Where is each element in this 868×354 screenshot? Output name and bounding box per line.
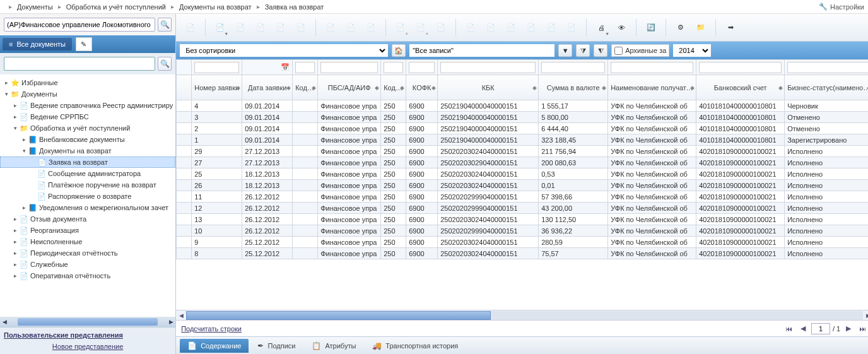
scroll-right-icon[interactable]: ▶ [863,312,868,319]
table-row[interactable]: 2927.12.2013Финансовое упра2506900250202… [177,146,868,157]
records-dropdown-button[interactable]: ▼ [558,44,572,57]
tree-toggle-icon[interactable]: ▸ [3,80,10,86]
pager-prev-button[interactable]: ◀ [797,323,809,334]
tree-toggle-icon[interactable]: ▸ [11,273,19,279]
row-checkbox-cell[interactable] [177,134,192,146]
column-header-stat[interactable]: Бизнес-статус(наименован◆ [785,75,868,100]
toolbar-btn-7[interactable]: 📄 [321,18,340,37]
table-row[interactable]: 1326.12.2012Финансовое упра2506900250202… [177,214,868,225]
table-row[interactable]: 209.01.2014Финансовое упра25069002502190… [177,123,868,134]
tree-toggle-icon[interactable]: ▸ [20,136,28,143]
sort-icon[interactable]: ◆ [602,85,606,91]
column-header-kod1[interactable]: Код по Свод реест◆ [293,75,318,100]
tree-search-button[interactable]: 🔍 [158,57,172,71]
toolbar-exit-button[interactable]: ➡ [721,18,740,37]
column-header-pbs[interactable]: ПБС/АД/АИФ◆ [318,75,381,100]
column-filter-input[interactable] [611,62,693,73]
tree-node[interactable]: ▸📄Ведение справочника Реестр администрир… [0,100,175,111]
table-row[interactable]: 1126.12.2012Финансовое упра2506900250202… [177,191,868,203]
tree-node[interactable]: ▸📄Отзыв документа [0,213,175,225]
tree-toggle-icon[interactable]: ▸ [20,204,28,211]
scrollbar-thumb[interactable] [186,311,491,320]
tree-search-input[interactable] [4,57,155,71]
count-rows-link[interactable]: Подсчитать строки [181,325,242,333]
document-tree[interactable]: ▸⭐Избранные▾📁Документы▸📄Ведение справочн… [0,74,175,317]
tree-node[interactable]: ▾📁Обработка и учёт поступлений [0,122,175,134]
column-header-kod2[interactable]: Код главы по БК◆ [381,75,406,100]
toolbar-btn-17[interactable]: 📄 [542,18,561,37]
toolbar-btn-10[interactable]: 📄▼ [391,18,410,37]
column-filter-input[interactable] [787,62,868,73]
row-checkbox-cell[interactable] [177,168,192,180]
tab-transport[interactable]: 🚚Транспортная история [365,339,466,353]
column-filter-input[interactable] [409,62,435,73]
column-filter-input[interactable] [295,62,315,73]
toolbar-btn-8[interactable]: 📄 [341,18,360,37]
archive-checkbox-group[interactable]: Архивные за [611,44,669,57]
toolbar-btn-12[interactable]: 📄 [431,18,450,37]
data-grid[interactable]: 📅 Номер заявки◆Дата заявки◆Код по Свод р… [176,59,868,310]
tree-node[interactable]: 📄Платёжное поручение на возврат [0,179,175,191]
scroll-left-icon[interactable]: ◀ [176,312,186,319]
row-checkbox-cell[interactable] [177,248,192,259]
tree-toggle-icon[interactable]: ▸ [11,216,19,222]
breadcrumb-item[interactable]: Документы на возврат [179,3,252,11]
row-checkbox-cell[interactable] [177,225,192,237]
settings-link[interactable]: 🔧 Настройки [819,3,864,11]
sort-icon[interactable]: ◆ [532,85,537,91]
tree-node[interactable]: 📄Заявка на возврат [0,156,175,168]
sort-icon[interactable]: ◆ [690,85,695,91]
table-row[interactable]: 409.01.2014Финансовое упра25069002502190… [177,100,868,112]
scrollbar-thumb[interactable] [18,318,158,326]
tree-node[interactable]: ▸📄Неисполненные [0,236,175,247]
org-input[interactable] [4,18,155,32]
tree-node[interactable]: 📄Распоряжение о возврате [0,191,175,202]
tab-attributes[interactable]: 📋Атрибуты [304,339,363,353]
new-view-link[interactable]: Новое представление [4,343,172,350]
toolbar-btn-13[interactable]: 📄 [461,18,480,37]
table-row[interactable]: 2727.12.2013Финансовое упра2506900250202… [177,157,868,168]
tree-node[interactable]: ▸📄Оперативная отчётность [0,270,175,281]
row-checkbox-cell[interactable] [177,157,192,168]
column-filter-input[interactable] [440,62,536,73]
user-views-title[interactable]: Пользовательские представления [4,331,123,339]
tree-node[interactable]: ▸📄Периодическая отчётность [0,247,175,259]
row-checkbox-cell[interactable] [177,203,192,214]
toolbar-btn-11[interactable]: 📄▼ [411,18,430,37]
tree-node[interactable]: ▸📄Реорганизация [0,225,175,236]
tree-node[interactable]: ▸📘Внебанковские документы [0,134,175,145]
tree-node[interactable]: ▾📘Документы на возврат [0,145,175,156]
tree-toggle-icon[interactable]: ▸ [11,261,19,268]
row-checkbox-cell[interactable] [177,214,192,225]
breadcrumb-item[interactable]: Заявка на возврат [265,3,324,11]
row-checkbox-cell[interactable] [177,146,192,157]
column-header-kofk[interactable]: КОФК◆ [406,75,438,100]
column-header-sum[interactable]: Сумма в валюте◆ [539,75,608,100]
column-header-acc[interactable]: Банковский счет◆ [696,75,785,100]
filter-funnel-button[interactable]: ⧩ [576,44,590,57]
row-checkbox-cell[interactable] [177,100,192,112]
sort-icon[interactable]: ◆ [312,85,316,91]
table-row[interactable]: 309.01.2014Финансовое упра25069002502190… [177,112,868,123]
table-row[interactable]: 2618.12.2013Финансовое упра2506900250202… [177,180,868,191]
toolbar-btn-16[interactable]: 📄 [522,18,541,37]
tree-node[interactable]: ▾📁Документы [0,88,175,100]
breadcrumb-item[interactable]: Обработка и учёт поступлений [66,3,166,11]
pager-first-button[interactable]: ⏮ [783,323,795,334]
toolbar-btn-15[interactable]: 📄 [501,18,520,37]
column-header-recv[interactable]: Наименование получателя◆ [608,75,696,100]
column-header-num[interactable]: Номер заявки◆ [192,75,242,100]
column-filter-input[interactable] [699,62,782,73]
archive-year-select[interactable]: 2014 [673,44,711,57]
tab-content[interactable]: 📄Содержание [180,339,249,353]
toolbar-btn-4[interactable]: 📄 [251,18,270,37]
tree-horizontal-scrollbar[interactable]: ◀ ▶ [0,317,175,327]
tree-toggle-icon[interactable]: ▾ [20,148,28,154]
toolbar-folder-button[interactable]: 📁 [691,18,710,37]
column-filter-input[interactable] [194,62,239,73]
column-header-date[interactable]: Дата заявки◆ [242,75,293,100]
toolbar-btn-1[interactable]: 📄 [181,18,200,37]
toolbar-new-button[interactable]: 📄▼ [211,18,230,37]
archive-checkbox[interactable] [614,47,623,55]
pager-next-button[interactable]: ▶ [843,323,854,334]
